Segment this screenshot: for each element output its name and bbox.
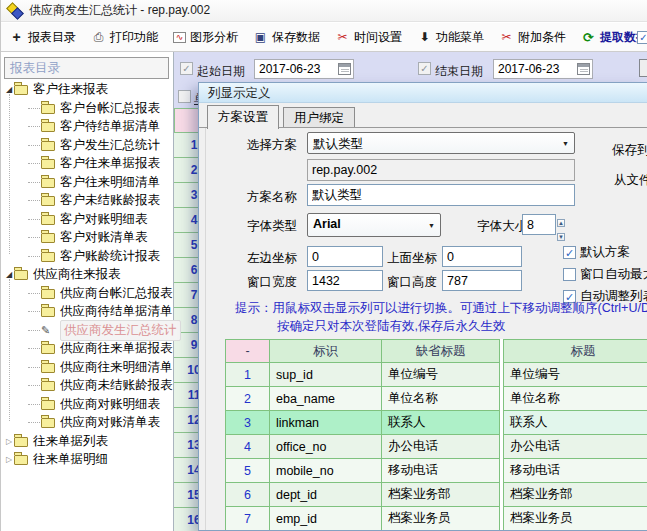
sidebar-item-customer-group[interactable]: 客户往来报表 — [1, 80, 174, 99]
spin-up-icon[interactable]: ▲ — [557, 219, 565, 227]
folder-icon — [41, 178, 55, 188]
sidebar-item[interactable]: 供应商台帐汇总报表 — [1, 284, 174, 303]
hint-line-2: 按确定只对本次登陆有效,保存后永久生效 — [277, 318, 505, 335]
plus-icon: + — [9, 30, 24, 45]
folder-icon — [41, 215, 55, 225]
scheme-combo[interactable]: 默认类型 — [307, 132, 575, 154]
folder-icon — [41, 381, 55, 391]
default-scheme-checkbox[interactable]: 默认方案 — [563, 244, 630, 261]
folder-icon — [41, 141, 55, 151]
start-date-label: 起始日期 — [197, 63, 245, 80]
load-from-file-button[interactable]: 从文件 — [614, 172, 647, 189]
scheme-name-input[interactable] — [307, 184, 575, 206]
header-id[interactable]: 标识 — [270, 339, 382, 363]
font-type-label: 字体类型 — [247, 218, 297, 235]
top-coord-label: 上面坐标 — [387, 250, 437, 267]
sidebar-item[interactable]: 客户待结单据清单 — [1, 117, 174, 136]
chart-analysis-button[interactable]: ∿ 图形分析 — [173, 29, 238, 46]
table-header-row: - 标识 缺省标题 标题 — [225, 339, 647, 363]
function-menu-button[interactable]: ⬇ 功能菜单 — [417, 29, 484, 46]
sidebar-item[interactable]: 供应商待结单据清单 — [1, 302, 174, 321]
clipped-control-fragment — [639, 59, 647, 77]
end-date-checkbox[interactable] — [418, 62, 431, 75]
table-row[interactable]: 2 eba_name 单位名称 单位名称 — [225, 387, 647, 411]
window-title: 供应商发生汇总统计 - rep.pay.002 — [29, 2, 210, 19]
sidebar-item[interactable]: 供应商往来单据报表 — [1, 339, 174, 358]
sidebar-item[interactable]: 供应商往来明细清单 — [1, 358, 174, 377]
header-index[interactable]: - — [225, 339, 270, 363]
extra-conditions-button[interactable]: ✂ 附加条件 — [499, 29, 566, 46]
folder-icon — [41, 196, 55, 206]
table-row[interactable]: 1 sup_id 单位编号 单位编号 — [225, 363, 647, 387]
refresh-icon: ⟳ — [581, 30, 596, 45]
print-button[interactable]: ⎙ 打印功能 — [91, 29, 158, 46]
partial-checkbox[interactable] — [178, 90, 191, 103]
tab-scheme-settings[interactable]: 方案设置 — [207, 105, 279, 129]
tab-user-binding[interactable]: 用户绑定 — [283, 107, 355, 128]
column-definition-dialog: 列显示定义 方案设置 用户绑定 选择方案 默认类型 方案名称 字体类型 Aria… — [198, 82, 647, 531]
font-size-input[interactable] — [522, 214, 556, 235]
sidebar-item-document-detail[interactable]: 往来单据明细 — [1, 450, 174, 469]
font-size-label: 字体大小 — [477, 218, 527, 235]
sidebar-item-supplier-group[interactable]: 供应商往来报表 — [1, 265, 174, 284]
font-size-stepper[interactable]: ▲ ▼ — [557, 214, 571, 242]
sidebar-item[interactable]: 客户往来单据报表 — [1, 154, 174, 173]
app-window: 供应商发生汇总统计 - rep.pay.002 + 报表目录 ⎙ 打印功能 ∿ … — [0, 0, 647, 531]
sidebar-item[interactable]: 供应商对账清单表 — [1, 413, 174, 432]
scheme-code-field[interactable] — [307, 159, 575, 181]
sidebar-item[interactable]: 客户对账明细表 — [1, 210, 174, 229]
time-settings-button[interactable]: ✂ 时间设置 — [335, 29, 402, 46]
folder-icon — [41, 159, 55, 169]
font-combo[interactable]: Arial — [307, 213, 441, 237]
window-height-label: 窗口高度 — [387, 274, 437, 291]
collapse-icon[interactable] — [4, 455, 14, 464]
header-title[interactable]: 标题 — [503, 339, 647, 363]
sidebar-item[interactable]: 客户往来明细清单 — [1, 173, 174, 192]
spin-down-icon[interactable]: ▼ — [557, 233, 565, 241]
report-catalog-button[interactable]: + 报表目录 — [9, 29, 76, 46]
expand-icon[interactable] — [4, 85, 14, 94]
window-height-input[interactable] — [442, 270, 522, 291]
auto-maximize-checkbox[interactable]: 窗口自动最大 — [563, 266, 647, 283]
checkbox-icon — [563, 246, 576, 259]
dialog-titlebar[interactable]: 列显示定义 — [199, 83, 647, 103]
window-width-label: 窗口宽度 — [247, 274, 297, 291]
save-data-button[interactable]: ▣ 保存数据 — [253, 29, 320, 46]
table-row-selected[interactable]: 3 linkman 联系人 联系人 — [225, 411, 647, 435]
table-row[interactable]: 7 emp_id 档案业务员 档案业务员 — [225, 507, 647, 531]
header-default-title[interactable]: 缺省标题 — [382, 339, 500, 363]
sidebar-item-document-list[interactable]: 往来单据列表 — [1, 432, 174, 451]
dialog-tabs: 方案设置 用户绑定 — [199, 105, 647, 128]
folder-icon — [14, 437, 28, 447]
sidebar-item[interactable]: 供应商未结账龄报表 — [1, 376, 174, 395]
left-coord-input[interactable] — [307, 246, 383, 267]
hint-line-1: 提示：用鼠标双击显示列可以进行切换。可通过上下移动调整顺序(Ctrl+U/D — [235, 300, 647, 317]
end-calendar-icon[interactable] — [577, 63, 590, 75]
chart-icon: ∿ — [173, 32, 186, 43]
scheme-label: 选择方案 — [247, 137, 297, 154]
sidebar-item[interactable]: 客户账龄统计报表 — [1, 247, 174, 266]
main-toolbar: + 报表目录 ⎙ 打印功能 ∿ 图形分析 ▣ 保存数据 ✂ 时间设置 ⬇ 功能菜… — [1, 23, 647, 52]
window-width-input[interactable] — [307, 270, 383, 291]
table-row[interactable]: 4 office_no 办公电话 办公电话 — [225, 435, 647, 459]
collapse-icon[interactable] — [4, 437, 14, 446]
sidebar-item[interactable]: 客户未结账龄报表 — [1, 191, 174, 210]
sidebar-item[interactable]: 供应商对账明细表 — [1, 395, 174, 414]
sidebar-item[interactable]: 客户台帐汇总报表 — [1, 99, 174, 118]
condition-icon: ✂ — [499, 30, 514, 45]
table-row[interactable]: 6 dept_id 档案业务部 档案业务部 — [225, 483, 647, 507]
start-calendar-icon[interactable] — [338, 63, 351, 75]
folder-icon — [41, 104, 55, 114]
start-date-checkbox[interactable] — [180, 62, 193, 75]
save-to-file-button[interactable]: 保存到 — [612, 142, 647, 159]
sidebar-item[interactable]: 客户发生汇总统计 — [1, 136, 174, 155]
end-date-label: 结束日期 — [435, 63, 483, 80]
column-table: - 标识 缺省标题 标题 1 sup_id 单位编号 单位编号 2 eba_na… — [225, 339, 647, 531]
table-row[interactable]: 5 mobile_no 移动电话 移动电话 — [225, 459, 647, 483]
sidebar-item-selected[interactable]: 供应商发生汇总统计 — [1, 321, 174, 340]
sidebar-item[interactable]: 客户对账清单表 — [1, 228, 174, 247]
left-coord-label: 左边坐标 — [247, 250, 297, 267]
top-coord-input[interactable] — [442, 246, 522, 267]
expand-icon[interactable] — [4, 270, 14, 279]
toolbar-right-checkbox[interactable] — [637, 31, 647, 44]
